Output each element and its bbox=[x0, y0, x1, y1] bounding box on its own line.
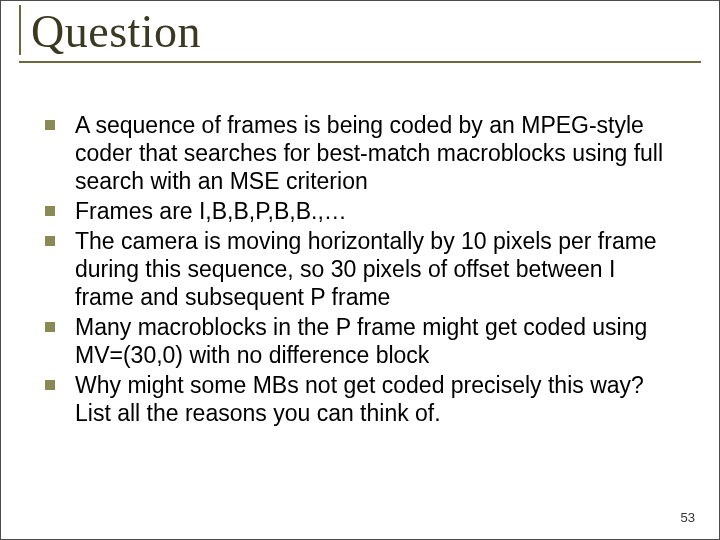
list-item: The camera is moving horizontally by 10 … bbox=[41, 227, 679, 311]
slide-title: Question bbox=[19, 5, 701, 55]
bullet-square-icon bbox=[45, 206, 55, 216]
bullet-text: The camera is moving horizontally by 10 … bbox=[75, 228, 657, 310]
list-item: Why might some MBs not get coded precise… bbox=[41, 371, 679, 427]
bullet-square-icon bbox=[45, 322, 55, 332]
list-item: Frames are I,B,B,P,B,B.,… bbox=[41, 197, 679, 225]
bullet-square-icon bbox=[45, 120, 55, 130]
bullet-square-icon bbox=[45, 380, 55, 390]
slide-body: A sequence of frames is being coded by a… bbox=[41, 111, 679, 430]
bullet-text: Why might some MBs not get coded precise… bbox=[75, 372, 644, 426]
bullet-list: A sequence of frames is being coded by a… bbox=[41, 111, 679, 428]
list-item: Many macroblocks in the P frame might ge… bbox=[41, 313, 679, 369]
bullet-text: A sequence of frames is being coded by a… bbox=[75, 112, 663, 194]
bullet-text: Many macroblocks in the P frame might ge… bbox=[75, 314, 647, 368]
title-underline: Question bbox=[19, 5, 701, 63]
slide: Question A sequence of frames is being c… bbox=[0, 0, 720, 540]
list-item: A sequence of frames is being coded by a… bbox=[41, 111, 679, 195]
bullet-square-icon bbox=[45, 236, 55, 246]
bullet-text: Frames are I,B,B,P,B,B.,… bbox=[75, 198, 347, 224]
page-number: 53 bbox=[681, 510, 695, 525]
